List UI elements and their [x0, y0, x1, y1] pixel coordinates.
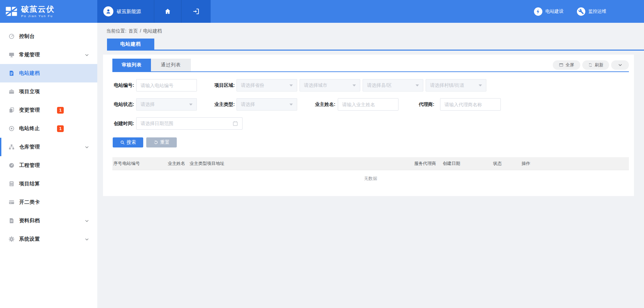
calendar-icon — [232, 121, 238, 126]
region-label: 项目区域: — [212, 79, 235, 91]
solar-panel-logo-icon — [5, 5, 18, 18]
tabs-underline — [112, 71, 629, 72]
breadcrumb-separator: / — [140, 28, 141, 34]
logout-button[interactable] — [181, 0, 211, 23]
target-icon — [8, 125, 15, 132]
search-icon — [120, 140, 125, 145]
sidebar-item-label: 电站建档 — [19, 70, 40, 76]
column-header-status: 状态 — [493, 161, 522, 167]
sidebar-item-label: 变更管理 — [19, 107, 40, 113]
briefcase-icon — [8, 88, 15, 95]
sidebar-item-label: 项目结算 — [19, 181, 40, 187]
sidebar-item-console[interactable]: 控制台 — [0, 27, 97, 46]
sidebar-item-data-archive[interactable]: 资料归档 — [0, 211, 97, 230]
sidebar-item-station-archive[interactable]: 电站建档 — [0, 64, 97, 82]
sidebar-item-label: 项目立项 — [19, 88, 40, 95]
sidebar-item-system-settings[interactable]: 系统设置 — [0, 230, 97, 248]
reset-icon — [154, 140, 158, 145]
archive-file-icon — [8, 218, 15, 224]
chevron-down-icon — [85, 219, 89, 223]
caret-down-icon — [479, 84, 482, 86]
date-range-input[interactable]: 请选择日期范围 — [136, 117, 243, 130]
wrench-icon — [577, 7, 585, 16]
header-user-section: 破茧新能源 — [97, 0, 211, 23]
column-header-index: 序号 — [112, 161, 122, 167]
station-no-input[interactable] — [136, 79, 197, 91]
copy-icon — [8, 107, 15, 113]
sitemap-icon — [8, 144, 15, 150]
chevron-down-icon — [618, 63, 623, 67]
owner-name-input[interactable] — [338, 98, 398, 111]
notification-badge: 1 — [57, 107, 64, 114]
sidebar-item-type2-card[interactable]: 开二类卡 — [0, 193, 97, 211]
caret-down-icon — [353, 84, 356, 86]
column-header-service-agent: 服务代理商 — [414, 161, 443, 167]
module-label: 监控运维 — [588, 8, 606, 14]
station-status-select[interactable]: 请选择 — [136, 98, 197, 111]
owner-type-label: 业主类型: — [212, 98, 235, 111]
sidebar-item-station-termination[interactable]: 电站终止 1 — [0, 119, 97, 138]
table-empty-text: 无数据 — [112, 170, 629, 187]
search-label: 搜索 — [127, 139, 136, 145]
app-logo[interactable]: 破茧云伏 Po Jian Yun Fu — [0, 0, 97, 23]
station-no-label: 电站编号: — [110, 79, 134, 91]
sidebar-item-label: 仓库管理 — [19, 144, 40, 150]
owner-type-select[interactable]: 请选择 — [236, 98, 297, 111]
user-menu[interactable]: 破茧新能源 — [97, 0, 154, 23]
sidebar-item-label: 控制台 — [19, 33, 35, 40]
create-time-label: 创建时间: — [110, 117, 134, 130]
refresh-label: 刷新 — [595, 62, 603, 68]
sidebar-item-project-settlement[interactable]: 项目结算 — [0, 175, 97, 193]
tab-review-list[interactable]: 审核列表 — [112, 59, 151, 71]
home-button[interactable] — [154, 0, 181, 23]
column-header-actions: 操作 — [522, 161, 629, 167]
reset-label: 重置 — [160, 139, 170, 145]
lightning-icon — [534, 7, 542, 16]
refresh-button[interactable]: 刷新 — [582, 60, 609, 70]
city-select[interactable]: 请选择城市 — [300, 79, 360, 91]
module-label: 电站建设 — [545, 8, 564, 14]
search-button[interactable]: 搜索 — [113, 137, 143, 147]
active-indicator-bar — [0, 138, 1, 156]
app-root: 破茧云伏 Po Jian Yun Fu 破茧新能源 — [0, 0, 644, 308]
refresh-icon — [588, 63, 593, 67]
agent-label: 代理商: — [414, 98, 434, 111]
village-select[interactable]: 请选择村镇/街道 — [426, 79, 486, 91]
header-modules: 电站建设 监控运维 — [534, 0, 606, 23]
tab-passed-list[interactable]: 通过列表 — [151, 59, 191, 71]
table-header-row: 序号 电站编号 业主姓名 业主类型 项目地址 服务代理商 创建日期 状态 操作 — [112, 157, 629, 170]
module-monitoring-ops[interactable]: 监控运维 — [577, 7, 606, 16]
sidebar-item-general-mgmt[interactable]: 常规管理 — [0, 46, 97, 64]
main-panel: 审核列表 通过列表 全屏 刷新 电站编号: 项目区域: 请选择省份 请选择城市 … — [103, 55, 634, 196]
station-status-label: 电站状态: — [110, 98, 134, 111]
page-tab-station-archive[interactable]: 电站建档 — [107, 39, 154, 50]
county-select[interactable]: 请选择县/区 — [363, 79, 423, 91]
sidebar-item-project-initiation[interactable]: 项目立项 — [0, 82, 97, 101]
sidebar-item-change-mgmt[interactable]: 变更管理 1 — [0, 101, 97, 119]
sidebar-item-label: 电站终止 — [19, 125, 40, 132]
breadcrumb-home-link[interactable]: 首页 — [128, 28, 138, 34]
collapse-toggle-button[interactable] — [611, 60, 629, 70]
province-select[interactable]: 请选择省份 — [236, 79, 297, 91]
gauge-icon — [8, 33, 15, 40]
sidebar: 控制台 常规管理 电站建档 项目立项 — [0, 23, 97, 308]
sidebar-item-label: 系统设置 — [19, 236, 40, 242]
bank-card-icon — [8, 199, 15, 205]
column-header-create-date: 创建日期 — [443, 161, 493, 167]
notification-badge: 1 — [57, 125, 64, 132]
company-name: 破茧新能源 — [117, 8, 141, 15]
caret-down-icon — [289, 104, 293, 106]
sidebar-item-engineering-mgmt[interactable]: 工程管理 — [0, 156, 97, 175]
fullscreen-label: 全屏 — [566, 62, 574, 68]
fullscreen-button[interactable]: 全屏 — [553, 60, 580, 70]
app-subtitle: Po Jian Yun Fu — [21, 14, 55, 18]
calculator-icon — [8, 181, 15, 187]
reset-button[interactable]: 重置 — [146, 137, 177, 147]
dial-icon — [8, 162, 15, 169]
module-station-construction[interactable]: 电站建设 — [534, 7, 564, 16]
agent-input[interactable] — [440, 98, 501, 111]
monitor-icon — [8, 52, 15, 58]
sidebar-item-warehouse-mgmt[interactable]: 仓库管理 — [0, 138, 97, 156]
sidebar-item-label: 常规管理 — [19, 52, 40, 58]
top-header: 破茧云伏 Po Jian Yun Fu 破茧新能源 — [0, 0, 644, 23]
